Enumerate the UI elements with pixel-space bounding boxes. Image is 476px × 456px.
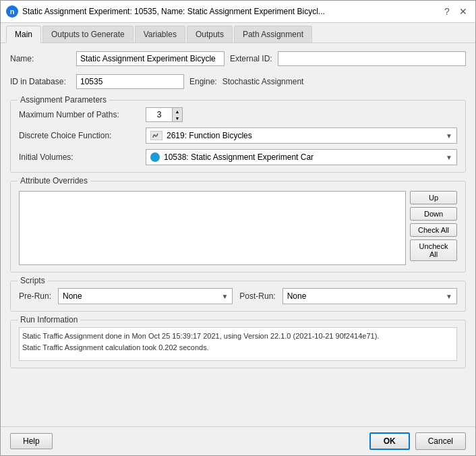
function-svg (150, 131, 162, 140)
spin-buttons: ▲ ▼ (173, 107, 183, 122)
discrete-choice-arrow: ▼ (446, 132, 452, 140)
post-run-arrow: ▼ (446, 293, 452, 300)
initial-volumes-row: Initial Volumes: 10538: Static Assignmen… (19, 149, 457, 165)
max-paths-input[interactable] (146, 107, 173, 122)
assignment-params-title: Assignment Parameters (18, 95, 109, 105)
tab-bar: Main Outputs to Generate Variables Outpu… (1, 23, 475, 43)
pre-run-dropdown[interactable]: None ▼ (58, 288, 233, 304)
scripts-row: Pre-Run: None ▼ Post-Run: None ▼ (19, 288, 457, 304)
attribute-list[interactable] (19, 191, 406, 265)
post-run-value: None (287, 291, 307, 301)
id-input[interactable] (76, 74, 184, 89)
spin-up-button[interactable]: ▲ (173, 108, 182, 115)
external-id-label: External ID: (230, 54, 272, 63)
help-button[interactable]: Help (10, 433, 53, 449)
footer-right: OK Cancel (369, 432, 466, 450)
initial-volumes-value: 10538: Static Assignment Experiment Car (150, 152, 446, 162)
run-info-title: Run Information (18, 315, 80, 324)
external-id-input[interactable] (278, 51, 466, 66)
assignment-params-group: Assignment Parameters Maximum Number of … (10, 100, 466, 173)
scripts-title: Scripts (18, 276, 48, 285)
footer: Help OK Cancel (1, 426, 475, 455)
scripts-group: Scripts Pre-Run: None ▼ Post-Run: None ▼ (10, 281, 466, 312)
name-input[interactable] (76, 51, 225, 66)
window-controls: ? ✕ (440, 5, 470, 18)
window-title: Static Assignment Experiment: 10535, Nam… (22, 7, 436, 16)
max-paths-label: Maximum Number of Paths: (19, 110, 140, 119)
assignment-params-content: Maximum Number of Paths: ▲ ▼ Discrete Ch… (19, 107, 457, 165)
attribute-buttons: Up Down Check All Uncheck All (410, 191, 457, 265)
main-window: n Static Assignment Experiment: 10535, N… (0, 0, 476, 456)
uncheck-all-button[interactable]: Uncheck All (410, 239, 457, 261)
initial-volumes-dropdown[interactable]: 10538: Static Assignment Experiment Car … (146, 149, 457, 165)
help-icon-btn[interactable]: ? (440, 5, 454, 18)
attribute-overrides-title: Attribute Overrides (18, 176, 90, 186)
post-run-label: Post-Run: (239, 291, 275, 301)
footer-left: Help (10, 433, 53, 449)
discrete-choice-label: Discrete Choice Function: (19, 131, 140, 140)
discrete-choice-value: 2619: Function Bicycles (150, 131, 446, 140)
discrete-choice-row: Discrete Choice Function: 2619: Function… (19, 127, 457, 144)
check-all-button[interactable]: Check All (410, 223, 457, 237)
attribute-overrides-content: Up Down Check All Uncheck All (19, 191, 457, 265)
max-paths-spinner: ▲ ▼ (146, 107, 183, 122)
pre-run-value: None (63, 291, 82, 301)
initial-volumes-label: Initial Volumes: (19, 152, 140, 162)
run-info-text: Static Traffic Assignment done in Mon Oc… (19, 327, 457, 361)
id-row: ID in Database: Engine: Stochastic Assig… (10, 74, 466, 89)
initial-volumes-arrow: ▼ (446, 154, 452, 161)
function-icon (150, 131, 162, 140)
id-label: ID in Database: (10, 77, 71, 86)
spin-down-button[interactable]: ▼ (173, 115, 182, 121)
tab-outputs-to-generate[interactable]: Outputs to Generate (42, 26, 133, 42)
circle-icon (150, 152, 160, 162)
max-paths-row: Maximum Number of Paths: ▲ ▼ (19, 107, 457, 122)
tab-variables[interactable]: Variables (135, 26, 185, 42)
post-run-dropdown[interactable]: None ▼ (282, 288, 457, 304)
close-button[interactable]: ✕ (456, 5, 470, 18)
up-button[interactable]: Up (410, 191, 457, 204)
tab-path-assignment[interactable]: Path Assignment (234, 26, 312, 42)
discrete-choice-dropdown[interactable]: 2619: Function Bicycles ▼ (146, 127, 457, 144)
cancel-button[interactable]: Cancel (415, 432, 466, 450)
main-content: Name: External ID: ID in Database: Engin… (1, 43, 475, 426)
name-label: Name: (10, 54, 71, 63)
attribute-overrides-group: Attribute Overrides Up Down Check All Un… (10, 181, 466, 273)
title-bar: n Static Assignment Experiment: 10535, N… (1, 1, 475, 23)
tab-outputs[interactable]: Outputs (187, 26, 233, 42)
engine-label: Engine: (189, 77, 217, 86)
engine-value: Stochastic Assignment (222, 77, 304, 86)
ok-button[interactable]: OK (369, 432, 410, 450)
pre-run-label: Pre-Run: (19, 291, 51, 301)
app-icon: n (6, 5, 18, 18)
pre-run-arrow: ▼ (221, 293, 228, 300)
name-row: Name: External ID: (10, 51, 466, 66)
run-info-group: Run Information Static Traffic Assignmen… (10, 320, 466, 368)
down-button[interactable]: Down (410, 207, 457, 221)
tab-main[interactable]: Main (6, 26, 41, 43)
